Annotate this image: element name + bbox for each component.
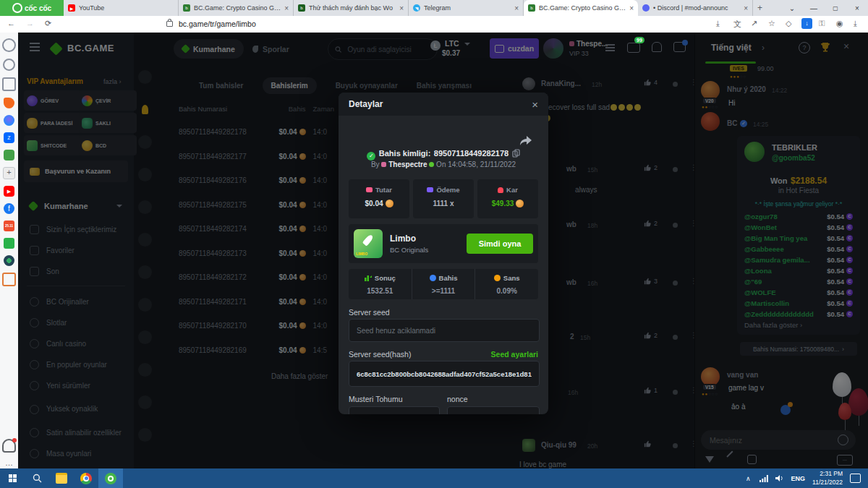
news-feed-icon[interactable] [2, 77, 16, 91]
server-seed-hash-label: Server seed(hash) [349, 350, 411, 359]
pinterest-icon[interactable] [4, 255, 14, 266]
history-icon[interactable] [3, 59, 15, 71]
nonce-label: nonce [447, 395, 468, 403]
url-text[interactable]: bc.game/tr/game/limbo [179, 20, 256, 28]
tab-discord[interactable]: • Discord | #mod-announc × [638, 0, 753, 16]
coccoc-brand[interactable]: cốc cốc [0, 0, 64, 16]
play-now-button[interactable]: Simdi oyna [467, 234, 533, 254]
bcgame-page: BC.GAME VIP Avantajlarım fazla › GÖREV Ç… [18, 33, 868, 468]
stat-amount: Tutar $0.04 [349, 179, 409, 218]
seed-settings-link[interactable]: Seed ayarlari [491, 350, 538, 359]
window-controls: ⌄ — ▢ × [781, 0, 868, 16]
game-name: Limbo [390, 234, 459, 244]
forward-icon[interactable]: → [26, 19, 34, 27]
inbox-badge: 99 [634, 37, 644, 43]
time: 2:31 PM [820, 470, 843, 477]
zalo-icon[interactable]: Z [4, 132, 14, 143]
tab-telegram[interactable]: ◥ Telegram × [409, 0, 524, 16]
network-icon[interactable] [760, 475, 768, 482]
bookmark-star-icon[interactable]: ☆ [768, 19, 775, 28]
client-seed-input[interactable] [349, 407, 439, 414]
taskbar-search-icon[interactable] [25, 468, 49, 488]
close-tab-icon[interactable]: × [399, 4, 404, 12]
close-tab-icon[interactable]: × [514, 4, 519, 12]
extensions-icon[interactable]: ⚿ [819, 19, 825, 28]
tab-bcgame-1[interactable]: b BC.Game: Crypto Casino Gam × [179, 0, 294, 16]
client-seed-label: Musteri Tohumu [349, 395, 403, 403]
translate-icon[interactable]: 文 [733, 19, 741, 30]
downloads-tray-icon[interactable]: ⤓ [854, 19, 857, 28]
notifications-bell-icon[interactable] [2, 439, 16, 453]
save-page-icon[interactable]: ⤓ [716, 19, 720, 28]
games-icon[interactable] [4, 150, 14, 160]
bet-details-modal: Detaylar × ✓ Bahis kimligi: 895071184492… [339, 93, 548, 414]
download-icon[interactable]: ↓ [801, 18, 812, 29]
player-name[interactable]: Thespectre [388, 160, 427, 168]
language-indicator[interactable]: ENG [791, 475, 806, 482]
stat-chance: Sans 0.09% [475, 269, 538, 299]
minimize-button[interactable]: — [803, 4, 825, 12]
start-button[interactable] [0, 468, 25, 488]
chance-icon [494, 275, 501, 281]
youtube-icon[interactable]: ▶ [4, 186, 14, 197]
tab-bcgame-active[interactable]: b BC.Game: Crypto Casino Gam × [524, 0, 638, 16]
chrome-icon[interactable] [74, 468, 98, 488]
slot-favicon: b [298, 4, 305, 12]
tab-youtube[interactable]: ▶ YouTube [64, 0, 179, 16]
coccoc-logo-icon [12, 3, 22, 13]
show-hidden-icons[interactable]: ∧ [746, 475, 751, 482]
facebook-icon[interactable]: f [4, 203, 14, 214]
share-icon[interactable]: ↗ [751, 19, 757, 28]
speaker-icon[interactable] [775, 474, 784, 482]
clock[interactable]: 2:31 PM 11/21/2022 [812, 470, 843, 486]
tiki-icon[interactable] [4, 238, 14, 249]
close-tab-icon[interactable]: × [744, 4, 748, 12]
close-tab-icon[interactable]: × [629, 4, 634, 12]
coccoc-taskbar-icon[interactable] [98, 468, 123, 488]
reload-icon[interactable]: ⟳ [45, 19, 51, 28]
brand-label: cốc cốc [25, 4, 51, 12]
server-seed-field [349, 319, 540, 342]
maximize-button[interactable]: ▢ [825, 5, 846, 12]
copy-icon[interactable] [512, 149, 520, 158]
hot-trending-icon[interactable] [4, 98, 14, 108]
browser-url-bar: ← → ⟳ bc.game/tr/game/limbo ⤓ 文 ↗ ☆ ◇ ↓ … [0, 16, 868, 33]
date: 11/21/2022 [812, 479, 843, 486]
nonce-input[interactable] [448, 407, 539, 414]
profile-icon[interactable]: ◉ [836, 19, 843, 28]
shield-icon[interactable]: ◇ [786, 19, 791, 28]
doge-coin-icon [386, 200, 393, 207]
shopee-sale-icon[interactable]: 25.11 [4, 221, 14, 231]
server-seed-hash-input[interactable] [349, 361, 539, 386]
tab-search-icon[interactable]: ⌄ [781, 4, 803, 12]
doge-coin-icon [516, 200, 524, 207]
bet-by-row: By Thespectre On 14:04:58, 21/11/2022 [339, 160, 548, 168]
close-modal-icon[interactable]: × [532, 98, 538, 111]
result-chart-icon [365, 275, 372, 281]
settings-gear-icon[interactable] [2, 38, 16, 52]
cake-emoji [381, 162, 386, 167]
bcgame-favicon: b [528, 4, 535, 12]
modal-title: Detaylar [349, 99, 383, 109]
cart-icon[interactable] [2, 273, 16, 286]
tab-slot-video[interactable]: b Thử thách máy đánh bạc Wo × [294, 0, 409, 16]
share-bet-icon[interactable] [519, 136, 532, 146]
nonce-field [447, 406, 540, 414]
close-tab-icon[interactable]: × [284, 4, 289, 12]
game-card[interactable]: LIMBO Limbo BC Originals Simdi oyna [349, 224, 538, 263]
add-shortcut-icon[interactable]: + [3, 167, 15, 179]
server-seed-input[interactable] [349, 320, 539, 341]
back-icon[interactable]: ← [7, 19, 15, 27]
file-explorer-icon[interactable] [49, 468, 74, 488]
messenger-icon[interactable] [4, 115, 14, 126]
coccoc-side-rail: Z + ▶ f 25.11 … [0, 33, 19, 474]
result-stats-box: Sonuç 1532.51 Bahis >=1111 Sans 0.09% [349, 269, 538, 299]
bcgame-favicon: b [183, 4, 190, 12]
lock-icon[interactable] [166, 21, 173, 27]
action-center-icon[interactable] [850, 474, 861, 483]
new-tab-button[interactable]: + [753, 0, 780, 16]
youtube-favicon: ▶ [68, 4, 75, 12]
close-window-button[interactable]: × [846, 4, 868, 12]
frog-emoji [429, 162, 434, 167]
stat-result: Sonuç 1532.51 [349, 269, 412, 299]
